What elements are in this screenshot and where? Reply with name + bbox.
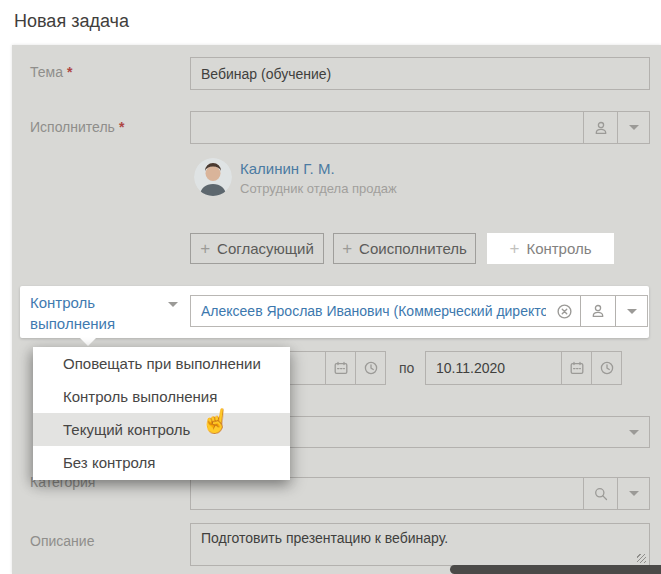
date-to-time-button[interactable] [591, 352, 621, 384]
chevron-down-icon [629, 125, 639, 130]
menu-item-completion-control[interactable]: Контроль выполнения [33, 380, 290, 413]
category-dropdown-button[interactable] [617, 478, 649, 509]
category-input[interactable] [191, 478, 583, 509]
chevron-down-icon [629, 491, 639, 496]
assignee-dropdown-button[interactable] [617, 112, 649, 143]
subject-field-group [190, 57, 650, 90]
add-approver-button[interactable]: + Согласующий [190, 233, 324, 264]
date-to-group [425, 351, 622, 385]
new-task-window: Новая задача Тема* Исполнитель* Ка [0, 0, 661, 574]
assignee-field-group [190, 111, 650, 144]
assignee-card-name[interactable]: Калинин Г. М. [240, 160, 335, 177]
subject-input[interactable] [191, 58, 649, 89]
avatar-photo [194, 158, 232, 196]
date-from-time-button[interactable] [355, 352, 385, 384]
menu-item-no-control[interactable]: Без контроля [33, 446, 290, 479]
horizontal-scrollbar-thumb[interactable] [450, 565, 661, 574]
control-dropdown-button[interactable] [615, 296, 647, 326]
hand-pointer-cursor-icon: ☝ [199, 405, 233, 437]
control-type-selector[interactable]: Контроль выполнения [30, 292, 160, 334]
person-icon [590, 303, 606, 319]
highlight-pointer [80, 338, 96, 346]
resize-handle-icon[interactable] [637, 554, 646, 563]
clock-icon [363, 360, 379, 376]
plus-icon: + [509, 241, 519, 256]
required-asterisk: * [67, 64, 72, 80]
date-to-input[interactable] [426, 352, 561, 384]
chevron-down-icon [168, 302, 178, 324]
description-label: Описание [30, 532, 94, 551]
window-titlebar: Новая задача [0, 0, 661, 45]
assignee-lookup-button[interactable] [583, 112, 617, 143]
avatar [194, 158, 232, 196]
add-coassignee-button[interactable]: + Соисполнитель [333, 233, 476, 264]
control-field-group [190, 295, 648, 327]
priority-dropdown-button[interactable] [618, 417, 649, 447]
date-to-calendar-button[interactable] [561, 352, 591, 384]
description-textarea[interactable]: Подготовить презентацию к вебинару. [190, 523, 650, 566]
category-field-group [190, 477, 650, 510]
search-icon [593, 486, 609, 502]
clock-icon [599, 360, 615, 376]
subject-label: Тема* [30, 63, 72, 82]
control-clear-button[interactable] [556, 296, 580, 326]
date-from-calendar-button[interactable] [325, 352, 355, 384]
date-to-label: по [399, 360, 414, 376]
category-search-button[interactable] [583, 478, 617, 509]
control-field-highlight: Контроль выполнения [20, 286, 649, 338]
person-icon [593, 120, 609, 136]
plus-icon: + [200, 241, 210, 256]
plus-icon: + [342, 241, 352, 256]
calendar-icon [333, 360, 349, 376]
assignee-label: Исполнитель* [30, 118, 124, 137]
control-lookup-button[interactable] [580, 296, 615, 326]
menu-item-current-control[interactable]: Текущий контроль [33, 413, 290, 446]
control-type-menu: Оповещать при выполнении Контроль выполн… [33, 347, 290, 480]
chevron-down-icon [629, 430, 639, 435]
required-asterisk: * [119, 119, 124, 135]
menu-item-notify-on-complete[interactable]: Оповещать при выполнении [33, 347, 290, 380]
control-person-input[interactable] [191, 296, 556, 326]
circle-x-icon [556, 303, 573, 320]
chevron-down-icon [627, 309, 637, 314]
control-type-dropdown[interactable] [168, 307, 178, 325]
assignee-card-role: Сотрудник отдела продаж [240, 181, 397, 196]
calendar-icon [569, 360, 585, 376]
assignee-input[interactable] [191, 112, 583, 143]
page-title: Новая задача [14, 11, 129, 32]
add-control-button[interactable]: + Контроль [487, 233, 614, 264]
